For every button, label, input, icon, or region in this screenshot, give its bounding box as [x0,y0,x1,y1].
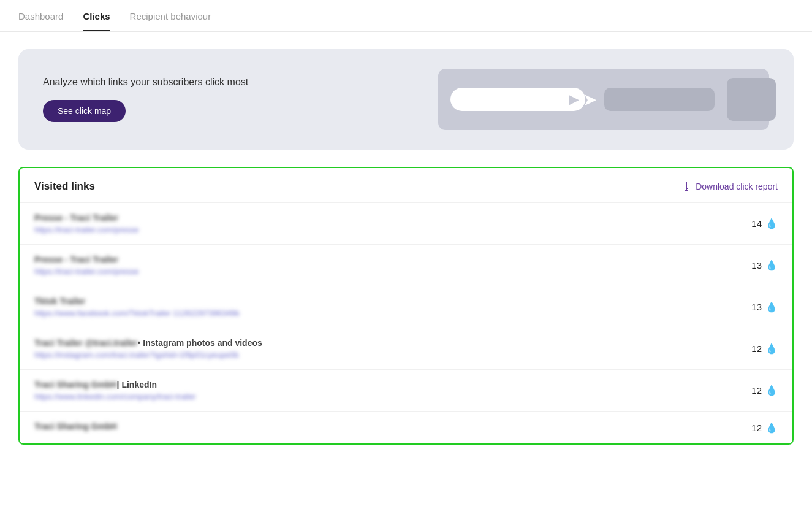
fire-icon: 💧 [765,343,778,355]
download-click-report-link[interactable]: ⭳ Download click report [682,181,778,192]
count-value: 13 [751,260,762,270]
fire-icon: 💧 [765,259,778,271]
section-title: Visited links [34,180,95,193]
link-title-mixed: Traci Trailer @traci.trailer • Instagram… [34,338,737,348]
link-count: 14 💧 [751,218,778,229]
section-header: Visited links ⭳ Download click report [20,180,792,202]
link-item: Traci Sharing GmbH | LinkedIn https://ww… [20,369,792,411]
link-title: Tktok Trailer [34,296,737,306]
link-item: Presse - Traci Trailer https://traci-tra… [20,244,792,286]
link-url: https://www.facebook.com/TktokTrailer 11… [34,309,737,318]
link-url: https://traci-trailer.com/presse [34,225,737,234]
promo-text-section: Analyze which links your subscribers cli… [43,77,438,122]
download-icon: ⭳ [682,181,692,192]
link-url: https://traci-trailer.com/presse [34,267,737,276]
link-info: Presse - Traci Trailer https://traci-tra… [34,255,737,276]
link-title: Traci Sharing GmbH [34,421,737,431]
nav-tabs: Dashboard Clicks Recipient behaviour [0,0,812,32]
link-item: Tktok Trailer https://www.facebook.com/T… [20,286,792,328]
clear-title-part: • Instagram photos and videos [138,338,262,348]
see-click-map-button[interactable]: See click map [43,100,126,122]
tab-recipient-behaviour[interactable]: Recipient behaviour [130,11,211,31]
link-item: Traci Trailer @traci.trailer • Instagram… [20,328,792,369]
promo-visual-inner: ▶ ➤ [438,71,769,128]
clear-title-part: | LinkedIn [117,380,157,389]
link-info: Tktok Trailer https://www.facebook.com/T… [34,296,737,318]
link-count: 12 💧 [751,422,778,434]
link-count: 12 💧 [751,343,778,355]
download-label: Download click report [696,182,778,191]
fire-icon: 💧 [765,385,778,396]
link-title: Presse - Traci Trailer [34,255,737,264]
main-content: Analyze which links your subscribers cli… [0,32,812,462]
fire-icon: 💧 [765,422,778,434]
link-info: Traci Sharing GmbH [34,421,737,434]
count-value: 12 [751,423,762,433]
visited-links-section: Visited links ⭳ Download click report Pr… [18,167,794,445]
promo-pill: ▶ [450,88,585,111]
link-item: Traci Sharing GmbH 12 💧 [20,411,792,443]
link-item: Presse - Traci Trailer https://traci-tra… [20,202,792,244]
link-url: https://www.linkedin.com/company/traci-t… [34,392,737,401]
link-count: 12 💧 [751,385,778,396]
link-count: 13 💧 [751,259,778,271]
tab-dashboard[interactable]: Dashboard [18,11,63,31]
promo-banner: Analyze which links your subscribers cli… [18,49,794,150]
promo-title: Analyze which links your subscribers cli… [43,77,438,88]
count-value: 13 [751,302,762,312]
link-url: https://instagram.com/traci.trailer?igsh… [34,350,737,359]
link-count: 13 💧 [751,301,778,313]
link-title-mixed: Traci Sharing GmbH | LinkedIn [34,380,737,389]
blurred-title-part: Traci Trailer @traci.trailer [34,338,138,348]
count-value: 12 [751,343,762,354]
promo-block [604,88,715,111]
fire-icon: 💧 [765,218,778,229]
tab-clicks[interactable]: Clicks [83,11,110,31]
count-value: 14 [751,218,762,229]
link-info: Traci Trailer @traci.trailer • Instagram… [34,338,737,359]
fire-icon: 💧 [765,301,778,313]
promo-square [727,78,776,121]
link-title: Presse - Traci Trailer [34,213,737,223]
link-info: Presse - Traci Trailer https://traci-tra… [34,213,737,234]
blurred-title-part: Traci Sharing GmbH [34,380,117,389]
count-value: 12 [751,385,762,396]
promo-visual: ▶ ➤ [438,69,769,130]
link-info: Traci Sharing GmbH | LinkedIn https://ww… [34,380,737,401]
